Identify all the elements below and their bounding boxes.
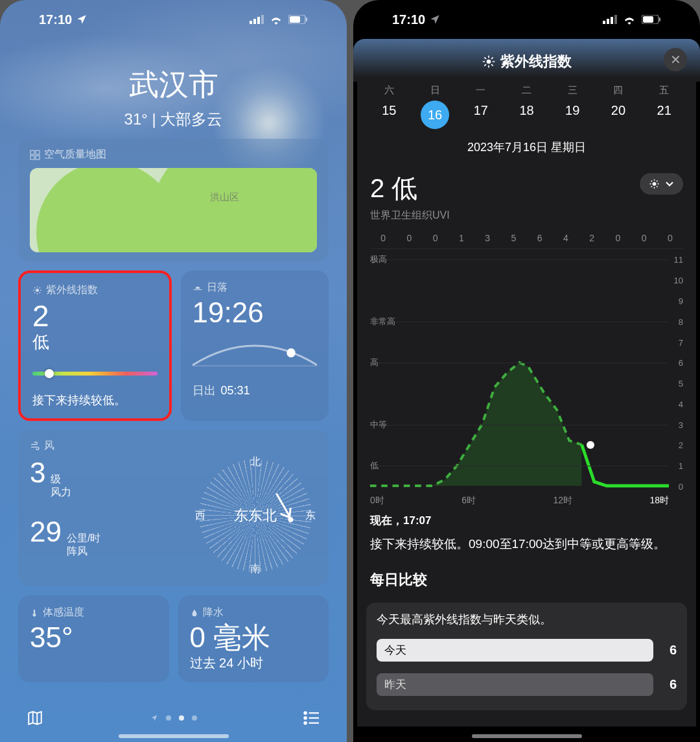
- sun-icon: [649, 178, 660, 189]
- svg-rect-0: [250, 21, 252, 24]
- compare-row: 今天6: [377, 639, 677, 662]
- location-dot-icon: [150, 714, 158, 722]
- svg-point-26: [304, 717, 306, 719]
- uv-scale-bar: [32, 372, 158, 376]
- day-column[interactable]: 五21: [641, 84, 687, 129]
- wifi-icon: [622, 14, 636, 25]
- precip-label: 降水: [190, 606, 318, 619]
- sunrise-row: 日出05:31: [192, 383, 318, 398]
- district-label: 洪山区: [210, 191, 239, 204]
- svg-point-24: [304, 712, 306, 714]
- location-header: 武汉市 31° | 大部多云: [0, 65, 347, 130]
- svg-line-45: [491, 57, 493, 59]
- status-time: 17:10: [392, 12, 425, 27]
- uv-value: 2: [32, 301, 158, 331]
- svg-point-28: [304, 722, 306, 724]
- sun-path-arc: [192, 336, 318, 368]
- sunset-card[interactable]: 日落 19:26 日出05:31: [181, 270, 329, 421]
- uv-chart[interactable]: 000135642000 0时6时12时18时 极高非常高高中等低1110987…: [361, 233, 692, 495]
- location-icon: [76, 14, 88, 25]
- mode-selector[interactable]: [640, 173, 683, 195]
- wind-direction: 东东北: [194, 454, 317, 577]
- page-indicator[interactable]: [150, 714, 197, 722]
- svg-rect-5: [290, 16, 300, 23]
- battery-icon: [288, 15, 308, 24]
- city-name: 武汉市: [0, 65, 347, 105]
- precip-value: 0 毫米: [190, 623, 318, 652]
- battery-icon: [642, 15, 661, 24]
- sun-icon: [482, 55, 495, 68]
- day-column[interactable]: 三19: [550, 84, 596, 129]
- compare-description: 今天最高紫外线指数与昨天类似。: [377, 612, 677, 627]
- sunset-time: 19:26: [192, 298, 318, 327]
- svg-line-53: [651, 186, 652, 187]
- uv-detail-sheet: 紫外线指数 ✕ 六15日16一17二18三19四20五21 2023年7月16日…: [357, 39, 696, 726]
- hour-value-row: 000135642000: [370, 233, 683, 243]
- sheet-title: 紫外线指数: [500, 52, 572, 71]
- feels-label: 体感温度: [30, 606, 158, 619]
- daily-compare-card[interactable]: 今天最高紫外线指数与昨天类似。 今天6昨天6: [366, 603, 687, 710]
- full-date: 2023年7月16日 星期日: [357, 139, 696, 155]
- map-icon[interactable]: [26, 710, 44, 726]
- svg-line-16: [34, 287, 35, 288]
- uv-detail-screen: 17:10 紫外线指数 ✕ 六15日16一17二18三19四20五21 2023…: [353, 0, 700, 742]
- sunset-icon: [192, 283, 203, 293]
- cellular-icon: [250, 15, 264, 24]
- feels-like-card[interactable]: 体感温度 35°: [18, 595, 169, 682]
- svg-rect-3: [261, 15, 264, 24]
- svg-line-44: [484, 64, 486, 66]
- wind-card[interactable]: 风 3 级风力 29 公里/时阵风 北 南 西 东 东东北: [18, 430, 329, 586]
- compare-row: 昨天6: [377, 673, 677, 696]
- svg-rect-10: [36, 156, 40, 160]
- air-quality-card[interactable]: 空气质量地图 洪山区: [18, 139, 329, 261]
- uv-indicator-dot: [45, 369, 54, 378]
- day-column[interactable]: 六15: [366, 84, 412, 129]
- grid-icon: [30, 150, 40, 160]
- list-icon[interactable]: [303, 711, 321, 725]
- status-bar: 17:10: [0, 0, 347, 39]
- close-button[interactable]: ✕: [664, 48, 687, 71]
- uv-value-big: 2 低: [370, 171, 450, 206]
- wind-icon: [30, 441, 40, 451]
- home-indicator[interactable]: [119, 734, 229, 738]
- svg-rect-2: [257, 17, 260, 24]
- day-column[interactable]: 四20: [596, 84, 642, 129]
- now-label: 现在，17:07: [370, 513, 683, 528]
- day-selector[interactable]: 六15日16一17二18三19四20五21: [357, 71, 696, 129]
- svg-rect-30: [603, 21, 605, 24]
- svg-line-51: [651, 181, 652, 182]
- location-icon: [429, 14, 441, 25]
- air-quality-map[interactable]: 洪山区: [30, 168, 317, 252]
- svg-rect-8: [36, 150, 40, 154]
- svg-rect-9: [30, 156, 34, 160]
- uv-description: 接下来持续较低。: [32, 392, 158, 408]
- svg-line-19: [40, 287, 40, 288]
- wind-gust: 29: [30, 516, 62, 548]
- precip-sub: 过去 24 小时: [190, 654, 318, 672]
- chart-area: 0时6时12时18时 极高非常高高中等低11109876543210: [370, 248, 683, 495]
- wind-compass: 北 南 西 东 东东北: [194, 454, 317, 577]
- day-column[interactable]: 一17: [458, 84, 504, 129]
- weather-summary: 31° | 大部多云: [0, 109, 347, 130]
- svg-rect-6: [306, 18, 307, 21]
- wind-label: 风: [30, 439, 317, 453]
- home-indicator[interactable]: [472, 734, 582, 738]
- svg-line-42: [484, 57, 486, 59]
- precipitation-card[interactable]: 降水 0 毫米 过去 24 小时: [178, 595, 329, 682]
- svg-point-22: [286, 348, 295, 357]
- air-quality-label: 空气质量地图: [30, 148, 317, 162]
- sheet-header: 紫外线指数 ✕: [357, 52, 696, 71]
- svg-line-52: [657, 186, 657, 187]
- svg-point-11: [36, 289, 39, 292]
- svg-rect-35: [643, 16, 653, 23]
- wind-strength: 3: [30, 457, 45, 489]
- weather-main-screen: 17:10 武汉市 31° | 大部多云 空气质量地图 洪山区 紫外线指数 2: [0, 0, 347, 742]
- uv-index-card[interactable]: 紫外线指数 2 低 接下来持续较低。: [18, 270, 172, 421]
- day-column[interactable]: 二18: [504, 84, 550, 129]
- sun-icon: [32, 285, 42, 295]
- uv-forecast-text: 现在，17:07 接下来持续较低。09:00至17:00达到中等或更高等级。 每…: [357, 495, 696, 590]
- day-column[interactable]: 日16: [412, 84, 458, 129]
- svg-rect-32: [611, 17, 613, 24]
- compare-heading: 每日比较: [370, 570, 683, 590]
- now-description: 接下来持续较低。09:00至17:00达到中等或更高等级。: [370, 536, 683, 553]
